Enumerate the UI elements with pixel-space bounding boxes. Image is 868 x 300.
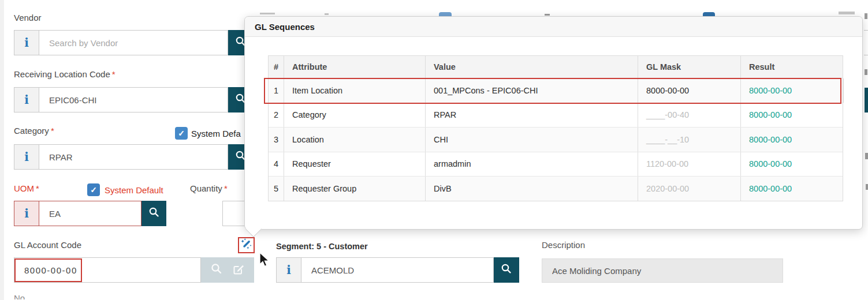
table-row: 4 Requester armadmin 1120-00-00 8000-00-… bbox=[269, 152, 843, 177]
info-icon: i bbox=[24, 208, 29, 219]
info-icon: i bbox=[24, 37, 29, 48]
category-label: Category* bbox=[14, 126, 54, 136]
header-gl-mask: GL Mask bbox=[638, 56, 741, 78]
background-fragment bbox=[839, 12, 855, 14]
receiving-location-label: Receiving Location Code* bbox=[14, 69, 116, 79]
background-fragment bbox=[866, 184, 868, 190]
uom-system-default-label: System Default bbox=[105, 185, 163, 195]
vendor-input-wrap bbox=[39, 30, 228, 55]
row-gl-mask: ____-00-40 bbox=[638, 103, 741, 127]
table-row: 2 Category RPAR ____-00-40 8000-00-00 bbox=[269, 103, 843, 127]
row-num: 5 bbox=[269, 177, 284, 201]
popup-title: GL Sequences bbox=[255, 22, 315, 32]
row-num: 2 bbox=[269, 103, 284, 127]
receiving-location-input[interactable] bbox=[39, 88, 228, 112]
segment-customer-field: i bbox=[276, 257, 519, 283]
row-attribute: Requester Group bbox=[284, 177, 426, 201]
background-fragment bbox=[865, 69, 867, 75]
checkbox-top-sliver bbox=[439, 12, 452, 16]
row-num: 3 bbox=[269, 127, 284, 152]
uom-info-button[interactable]: i bbox=[14, 201, 39, 226]
row-gl-mask: 2020-00-00 bbox=[638, 177, 741, 201]
segment-customer-input[interactable] bbox=[301, 258, 493, 282]
gl-account-field bbox=[14, 257, 254, 283]
row-result-link[interactable]: 8000-00-00 bbox=[741, 103, 844, 127]
category-system-default-label: System Defa bbox=[191, 129, 241, 138]
gl-edit-button[interactable] bbox=[232, 262, 245, 278]
clipped-bottom-label: No bbox=[14, 293, 37, 299]
header-result: Result bbox=[741, 56, 844, 78]
row-gl-mask: 1120-00-00 bbox=[638, 152, 741, 177]
vendor-info-button[interactable]: i bbox=[14, 30, 39, 55]
popup-title-bar: GL Sequences bbox=[245, 17, 862, 37]
row-value: armadmin bbox=[426, 152, 638, 177]
background-fragment bbox=[260, 13, 275, 14]
gl-account-label: GL Account Code bbox=[14, 240, 81, 250]
description-label: Description bbox=[542, 240, 585, 250]
gl-search-button[interactable] bbox=[210, 262, 223, 278]
vendor-field: i bbox=[14, 30, 254, 55]
row-attribute: Location bbox=[284, 127, 426, 152]
category-field: i bbox=[14, 144, 254, 170]
gl-sequences-popup: GL Sequences # Attribute Value GL Mask R… bbox=[244, 16, 863, 230]
segment-customer-label: Segment: 5 - Customer bbox=[276, 242, 368, 251]
background-fragment bbox=[865, 153, 868, 159]
row-attribute: Category bbox=[284, 103, 426, 127]
row-value: DivB bbox=[426, 177, 638, 201]
row-value: CHI bbox=[426, 127, 638, 152]
segment-info-button[interactable]: i bbox=[276, 257, 301, 283]
page-left-edge bbox=[0, 0, 4, 300]
header-num: # bbox=[269, 56, 284, 78]
row-result-link[interactable]: 8000-00-00 bbox=[741, 177, 844, 201]
row-num: 4 bbox=[269, 152, 284, 177]
description-field bbox=[542, 258, 783, 283]
vendor-search-input[interactable] bbox=[39, 31, 228, 55]
mouse-cursor bbox=[259, 252, 271, 271]
category-input-wrap bbox=[39, 144, 228, 170]
row-attribute: Requester bbox=[284, 152, 426, 177]
uom-system-default-checkbox[interactable]: ✓ bbox=[87, 183, 100, 196]
segment-input-wrap bbox=[301, 257, 494, 283]
category-input[interactable] bbox=[39, 145, 228, 169]
background-fragment bbox=[865, 13, 867, 19]
checkbox-top-sliver bbox=[703, 12, 715, 16]
check-icon: ✓ bbox=[90, 186, 97, 194]
vendor-label: Vendor bbox=[14, 13, 42, 22]
gl-account-input[interactable] bbox=[14, 258, 200, 282]
uom-label: UOM* bbox=[14, 183, 39, 193]
magic-wand-icon bbox=[241, 238, 252, 252]
quantity-label: Quantity* bbox=[190, 183, 228, 193]
uom-search-button[interactable] bbox=[141, 201, 166, 226]
category-info-button[interactable]: i bbox=[14, 144, 39, 170]
background-fragment bbox=[325, 13, 329, 15]
info-icon: i bbox=[24, 151, 29, 163]
row-gl-mask: 8000-00-00 bbox=[638, 78, 741, 103]
search-icon bbox=[148, 206, 161, 221]
table-row: 3 Location CHI ____-__-10 8000-00-00 bbox=[269, 127, 843, 152]
category-system-default-checkbox[interactable]: ✓ bbox=[175, 127, 188, 140]
popup-pointer-tail bbox=[245, 221, 262, 237]
table-row: 5 Requester Group DivB 2020-00-00 8000-0… bbox=[269, 176, 843, 201]
gl-account-actions bbox=[201, 257, 254, 283]
requisition-form-screen: Vendor i Receiving Location Code* i Cate… bbox=[0, 0, 868, 300]
receiving-location-input-wrap bbox=[39, 87, 228, 112]
row-result-link[interactable]: 8000-00-00 bbox=[741, 78, 844, 103]
field-edge-sliver bbox=[864, 30, 868, 55]
background-fragment bbox=[545, 14, 550, 16]
receiving-location-field: i bbox=[14, 87, 254, 112]
row-num: 1 bbox=[269, 78, 284, 103]
row-value: 001_MPCons - EPIC06-CHI bbox=[426, 78, 638, 103]
header-attribute: Attribute bbox=[284, 56, 426, 78]
row-attribute: Item Location bbox=[284, 78, 426, 103]
table-row: 1 Item Location 001_MPCons - EPIC06-CHI … bbox=[269, 78, 843, 103]
gl-magic-wand-button[interactable] bbox=[238, 237, 255, 253]
gl-sequences-table: # Attribute Value GL Mask Result 1 Item … bbox=[268, 55, 843, 201]
table-header-row: # Attribute Value GL Mask Result bbox=[269, 56, 843, 78]
receiving-location-info-button[interactable]: i bbox=[14, 87, 39, 112]
segment-search-button[interactable] bbox=[494, 257, 519, 283]
gl-account-input-wrap bbox=[14, 257, 201, 283]
row-result-link[interactable]: 8000-00-00 bbox=[741, 127, 844, 152]
uom-input[interactable] bbox=[39, 201, 141, 226]
row-result-link[interactable]: 8000-00-00 bbox=[741, 152, 844, 177]
row-gl-mask: ____-__-10 bbox=[638, 127, 741, 152]
